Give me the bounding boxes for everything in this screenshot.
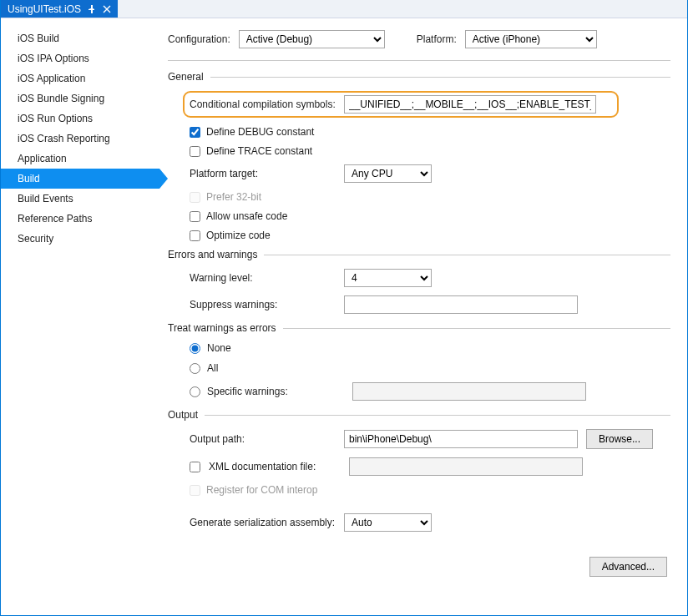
define-debug-label: Define DEBUG constant: [206, 126, 314, 138]
content-panel: Configuration: Active (Debug) Platform: …: [159, 18, 687, 615]
treat-all-radio[interactable]: [190, 363, 200, 374]
treat-specific-radio[interactable]: [190, 386, 200, 397]
prefer-32bit-checkbox: [190, 192, 200, 203]
platform-label: Platform:: [417, 33, 457, 45]
config-row: Configuration: Active (Debug) Platform: …: [168, 30, 670, 48]
tab-bar: UsingUITest.iOS: [1, 0, 687, 18]
group-general-heading: General: [168, 71, 670, 83]
define-debug-checkbox[interactable]: [190, 127, 200, 138]
platform-target-label: Platform target:: [190, 168, 336, 179]
treat-none-radio[interactable]: [190, 343, 200, 354]
define-trace-checkbox[interactable]: [190, 146, 200, 157]
platform-select[interactable]: Active (iPhone): [465, 30, 597, 48]
sidebar-item-ios-crash-reporting[interactable]: iOS Crash Reporting: [1, 129, 159, 149]
divider: [168, 60, 670, 61]
browse-button[interactable]: Browse...: [586, 429, 653, 449]
sidebar-item-security[interactable]: Security: [1, 229, 159, 249]
group-errors-heading: Errors and warnings: [168, 249, 670, 260]
advanced-button[interactable]: Advanced...: [589, 557, 667, 577]
output-path-input[interactable]: [344, 430, 578, 448]
allow-unsafe-label: Allow unsafe code: [206, 210, 287, 222]
treat-specific-input: [352, 382, 586, 401]
group-output-heading: Output: [168, 409, 670, 421]
close-icon[interactable]: [103, 5, 111, 13]
tab-title: UsingUITest.iOS: [8, 3, 81, 15]
group-treat-heading: Treat warnings as errors: [168, 322, 670, 334]
prefer-32bit-label: Prefer 32-bit: [206, 191, 261, 203]
treat-none-label: None: [207, 342, 231, 354]
sidebar-item-ios-bundle-signing[interactable]: iOS Bundle Signing: [1, 88, 159, 109]
tab-active[interactable]: UsingUITest.iOS: [1, 0, 118, 18]
allow-unsafe-checkbox[interactable]: [190, 211, 200, 222]
gen-serialization-select[interactable]: Auto: [344, 513, 432, 532]
sidebar-item-build-events[interactable]: Build Events: [1, 189, 159, 209]
register-com-label: Register for COM interop: [206, 484, 317, 496]
suppress-warnings-input[interactable]: [344, 295, 578, 314]
warning-level-label: Warning level:: [190, 272, 336, 284]
config-label: Configuration:: [168, 33, 230, 45]
register-com-checkbox: [190, 485, 200, 496]
sidebar-item-application[interactable]: Application: [1, 149, 159, 169]
xml-doc-input: [349, 457, 583, 476]
sidebar: iOS Build iOS IPA Options iOS Applicatio…: [1, 18, 159, 615]
xml-doc-checkbox[interactable]: [190, 462, 200, 472]
sidebar-item-reference-paths[interactable]: Reference Paths: [1, 209, 159, 229]
define-trace-label: Define TRACE constant: [206, 145, 312, 157]
warning-level-select[interactable]: 4: [344, 269, 432, 287]
sidebar-item-build[interactable]: Build: [1, 169, 159, 189]
configuration-select[interactable]: Active (Debug): [239, 30, 385, 48]
optimize-label: Optimize code: [206, 230, 271, 241]
cond-symbols-label: Conditional compilation symbols:: [190, 98, 336, 110]
output-path-label: Output path:: [190, 433, 336, 445]
optimize-checkbox[interactable]: [190, 230, 200, 241]
cond-symbols-input[interactable]: [344, 95, 596, 114]
suppress-warnings-label: Suppress warnings:: [190, 299, 336, 311]
treat-specific-label: Specific warnings:: [207, 386, 299, 397]
treat-all-label: All: [207, 362, 218, 374]
gen-serialization-label: Generate serialization assembly:: [190, 517, 336, 528]
sidebar-item-ios-ipa-options[interactable]: iOS IPA Options: [1, 48, 159, 68]
sidebar-item-ios-run-options[interactable]: iOS Run Options: [1, 109, 159, 129]
sidebar-item-ios-application[interactable]: iOS Application: [1, 68, 159, 88]
xml-doc-label: XML documentation file:: [209, 461, 341, 472]
conditional-symbols-row: Conditional compilation symbols:: [183, 91, 619, 118]
pin-icon[interactable]: [88, 5, 96, 13]
sidebar-item-ios-build[interactable]: iOS Build: [1, 28, 159, 48]
main: iOS Build iOS IPA Options iOS Applicatio…: [1, 18, 687, 615]
platform-target-select[interactable]: Any CPU: [344, 164, 432, 183]
